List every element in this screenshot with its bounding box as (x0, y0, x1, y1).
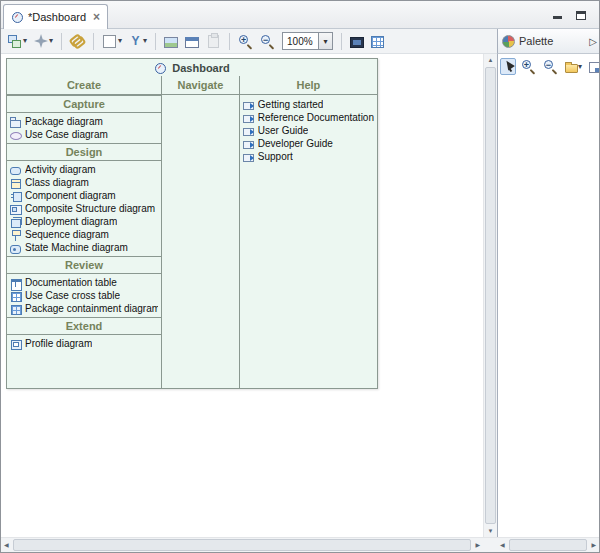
smart-layout-button[interactable]: ▾ (32, 32, 55, 50)
dashboard-create-item[interactable]: Package containment diagram (7, 302, 161, 315)
main-area: Dashboard Create Capture (1, 54, 599, 537)
help-link-icon (243, 138, 255, 150)
create-element-button[interactable]: ▾ (5, 32, 29, 51)
dashboard-section: Review Documentation table (7, 256, 161, 317)
deployment-diagram-icon (10, 216, 22, 228)
item-label: Package diagram (25, 116, 103, 127)
palette-horizontal-scrollbar-thumb[interactable] (509, 539, 587, 551)
editor-window-button[interactable] (183, 33, 201, 50)
dashboard-create-item[interactable]: Use Case cross table (7, 289, 161, 302)
minimize-button[interactable] (551, 8, 563, 20)
snapshot-button[interactable] (348, 33, 366, 50)
toolbar-separator (341, 33, 342, 50)
chevron-down-icon[interactable]: ▾ (318, 32, 333, 50)
chain-link-icon (70, 34, 85, 49)
item-label: Support (258, 151, 293, 162)
palette-horizontal-scrollbar[interactable]: ◀ ▶ (497, 538, 599, 552)
zoom-out-icon: − (260, 34, 275, 49)
dashboard-create-item[interactable]: Documentation table (7, 276, 161, 289)
dashboard-help-item[interactable]: Developer Guide (240, 137, 377, 150)
help-column-header: Help (240, 76, 377, 95)
zoom-in-tool-button[interactable]: + (519, 57, 538, 76)
navigate-column-header: Navigate (162, 76, 239, 95)
grid-button[interactable] (369, 33, 386, 50)
tab-title: *Dashboard (28, 11, 86, 23)
item-label: Developer Guide (258, 138, 333, 149)
zoom-level-value[interactable]: 100% (282, 32, 318, 50)
tab-dashboard[interactable]: *Dashboard × (3, 4, 108, 29)
note-tool-button[interactable]: ▾ (563, 59, 584, 75)
dashboard-help-item[interactable]: User Guide (240, 124, 377, 137)
bottom-scroll-strip: ◀ ▶ ◀ ▶ (1, 537, 599, 552)
zoom-out-button[interactable]: − (258, 32, 277, 51)
vertical-scrollbar[interactable]: ▲ ▼ (483, 54, 497, 537)
close-icon[interactable]: × (93, 11, 100, 23)
dashboard-create-item[interactable]: Sequence diagram (7, 228, 161, 241)
dashboard-create-item[interactable]: Activity diagram (7, 163, 161, 176)
scroll-left-icon[interactable]: ◀ (4, 541, 9, 548)
connection-style-button[interactable]: Y ▾ (127, 32, 149, 51)
section-header: Design (7, 144, 161, 161)
scroll-down-icon[interactable]: ▼ (484, 528, 497, 534)
dashboard-create-item[interactable]: Component diagram (7, 189, 161, 202)
selection-tool-button[interactable] (500, 58, 516, 75)
chevron-down-icon[interactable]: ▾ (23, 37, 27, 45)
scroll-right-icon[interactable]: ▶ (475, 541, 480, 548)
dashboard-widget-title: Dashboard (7, 59, 377, 76)
dashboard-help-item[interactable]: Reference Documentation (240, 111, 377, 124)
export-image-button[interactable] (162, 33, 180, 50)
dashboard-body: Create Capture (7, 76, 377, 388)
link-editor-button[interactable] (68, 32, 87, 51)
activity-diagram-icon (10, 164, 22, 176)
dashboard-widget[interactable]: Dashboard Create Capture (6, 58, 378, 389)
maximize-button[interactable] (575, 8, 587, 20)
diagram-canvas[interactable]: Dashboard Create Capture (1, 54, 483, 537)
section-header: Capture (7, 96, 161, 113)
palette-panel: + − ▾ ▾ (497, 54, 600, 537)
dashboard-create-item[interactable]: Deployment diagram (7, 215, 161, 228)
class-diagram-icon (10, 177, 22, 189)
item-label: Package containment diagram (25, 303, 158, 314)
chevron-down-icon[interactable]: ▾ (578, 63, 582, 71)
dashboard-create-item[interactable]: Use Case diagram (7, 128, 161, 141)
dashboard-create-item[interactable]: Profile diagram (7, 337, 161, 350)
dashboard-create-item[interactable]: State Machine diagram (7, 241, 161, 254)
horizontal-scrollbar[interactable]: ◀ ▶ (1, 538, 483, 552)
dashboard-create-item[interactable]: Class diagram (7, 176, 161, 189)
palette-icon (502, 35, 515, 48)
scroll-left-icon[interactable]: ◀ (500, 541, 505, 548)
dashboard-create-item[interactable]: Composite Structure diagram (7, 202, 161, 215)
window-icon (185, 37, 199, 48)
chevron-down-icon[interactable]: ▾ (49, 37, 53, 45)
horizontal-scrollbar-thumb[interactable] (13, 539, 471, 551)
create-sections: Capture Package diagram (7, 95, 161, 352)
scroll-up-icon[interactable]: ▲ (484, 57, 497, 63)
sequence-diagram-icon (10, 229, 22, 241)
chevron-down-icon[interactable]: ▾ (143, 37, 147, 45)
palette-expand-icon[interactable]: ▷ (589, 36, 597, 47)
zoom-out-tool-button[interactable]: − (541, 57, 560, 76)
zoom-level-combo[interactable]: 100% ▾ (282, 32, 333, 50)
item-label: Sequence diagram (25, 229, 109, 240)
zoom-region-tool-button[interactable]: ▾ (587, 59, 600, 75)
chevron-down-icon[interactable]: ▾ (118, 37, 122, 45)
help-column: Help Getting started (240, 76, 377, 388)
fork-icon: Y (129, 34, 142, 49)
scroll-right-icon[interactable]: ▶ (591, 541, 596, 548)
vertical-scrollbar-thumb[interactable] (485, 67, 496, 524)
toolbar-separator (61, 33, 62, 50)
profile-diagram-icon (10, 338, 22, 350)
frame-mode-button[interactable]: ▾ (100, 32, 124, 51)
dashboard-create-item[interactable]: Package diagram (7, 115, 161, 128)
zoom-in-button[interactable]: + (236, 32, 255, 51)
item-label: Profile diagram (25, 338, 92, 349)
state-machine-diagram-icon (10, 242, 22, 254)
paste-button[interactable] (204, 32, 223, 51)
dashboard-help-item[interactable]: Getting started (240, 98, 377, 111)
snapshot-icon (350, 37, 364, 48)
palette-header[interactable]: Palette ▷ (497, 29, 600, 54)
dashboard-help-item[interactable]: Support (240, 150, 377, 163)
component-diagram-icon (10, 190, 22, 202)
zoom-in-icon: + (521, 59, 536, 74)
item-label: Documentation table (25, 277, 117, 288)
